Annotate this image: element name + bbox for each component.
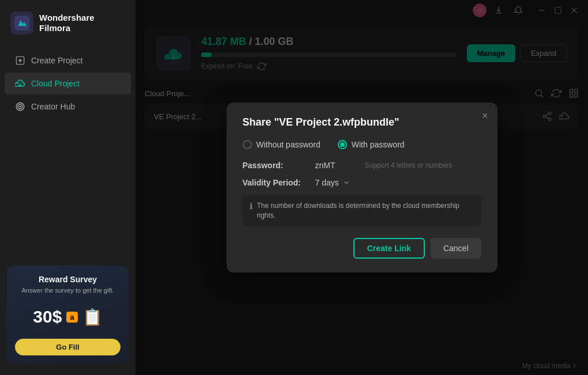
validity-label: Validity Period: — [243, 178, 306, 187]
sidebar-item-label: Create Project — [31, 56, 82, 65]
go-fill-button[interactable]: Go Fill — [15, 339, 120, 355]
without-password-label: Without password — [257, 140, 321, 149]
target-icon — [15, 101, 25, 112]
logo-area: Wondershare Filmora — [0, 2, 135, 44]
validity-select[interactable]: 7 days — [315, 178, 350, 187]
app-name: Wondershare Filmora — [39, 13, 95, 33]
share-dialog: × Share "VE Project 2.wfpbundle" Without… — [227, 103, 497, 272]
app-logo-icon — [10, 12, 33, 35]
chevron-down-icon — [342, 179, 350, 187]
with-password-label: With password — [352, 140, 405, 149]
radio-with-password — [338, 140, 347, 149]
reward-clipboard-icon: 📋 — [82, 308, 103, 327]
info-text: The number of downloads is determined by… — [257, 201, 474, 221]
sidebar-item-label: Cloud Project — [31, 79, 80, 88]
option-without-password[interactable]: Without password — [243, 140, 321, 149]
amazon-badge: a — [66, 312, 77, 323]
reward-dollar: 30$ — [33, 307, 62, 327]
svg-point-6 — [20, 106, 21, 107]
validity-value: 7 days — [315, 178, 339, 187]
option-with-password[interactable]: With password — [338, 140, 405, 149]
reward-title: Reward Survey — [15, 275, 120, 284]
plus-icon — [15, 55, 25, 66]
create-link-button[interactable]: Create Link — [353, 238, 425, 259]
password-hint: Support 4 letters or numbers — [365, 161, 453, 169]
cancel-button[interactable]: Cancel — [431, 238, 481, 259]
info-row: ℹ The number of downloads is determined … — [243, 195, 481, 226]
validity-row: Validity Period: 7 days — [243, 178, 481, 187]
cloud-nav-icon — [15, 78, 25, 89]
reward-images: 30$ a 📋 — [15, 300, 120, 334]
password-label: Password: — [243, 161, 306, 170]
dialog-buttons: Create Link Cancel — [243, 238, 481, 259]
main-content: 41.87 MB / 1.00 GB Expired on: Free Mana… — [135, 0, 588, 375]
sidebar: Wondershare Filmora Create Project Cloud… — [0, 0, 135, 375]
radio-without-password — [243, 140, 252, 149]
dialog-title: Share "VE Project 2.wfpbundle" — [243, 116, 481, 128]
password-row: Password: znMT Support 4 letters or numb… — [243, 161, 481, 170]
reward-survey-card: Reward Survey Answer the survey to get t… — [7, 266, 129, 363]
password-value: znMT — [315, 161, 356, 170]
sidebar-item-cloud-project[interactable]: Cloud Project — [5, 73, 131, 94]
info-icon: ℹ — [250, 201, 252, 213]
radio-group: Without password With password — [243, 140, 481, 149]
sidebar-item-create-project[interactable]: Create Project — [5, 50, 131, 71]
nav-items: Create Project Cloud Project Creator Hub — [0, 44, 135, 123]
sidebar-item-label: Creator Hub — [31, 102, 75, 111]
dialog-overlay: × Share "VE Project 2.wfpbundle" Without… — [135, 0, 588, 375]
dialog-close-button[interactable]: × — [482, 111, 488, 121]
reward-subtitle: Answer the survey to get the gift. — [15, 286, 120, 295]
sidebar-item-creator-hub[interactable]: Creator Hub — [5, 96, 131, 118]
